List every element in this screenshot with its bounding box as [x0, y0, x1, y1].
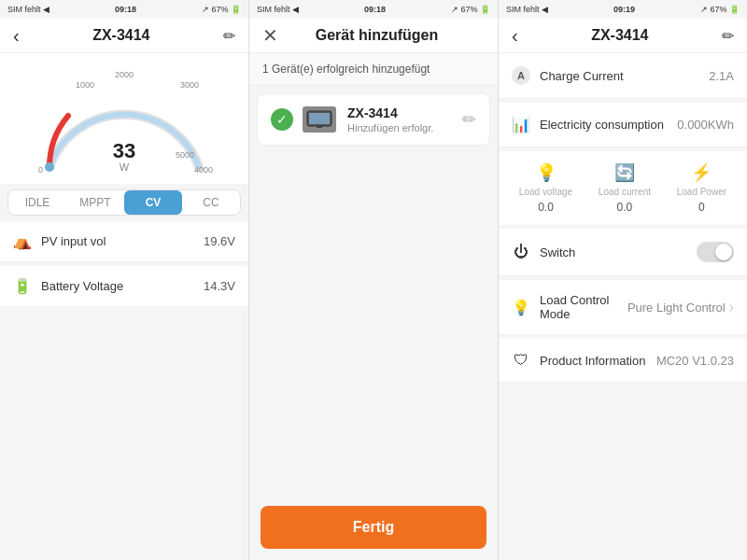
switch-label: Switch — [540, 245, 697, 259]
load-mode-icon: 💡 — [512, 299, 530, 316]
detail-list: A Charge Current 2.1A 📊 Electricity cons… — [499, 53, 747, 560]
status-time-2: 09:18 — [364, 5, 386, 14]
success-icon: ✓ — [271, 108, 293, 131]
product-info-icon: 🛡 — [512, 352, 530, 369]
switch-icon: ⏻ — [512, 244, 530, 260]
load-power-val: 0 — [698, 201, 705, 214]
mode-cv[interactable]: CV — [124, 190, 182, 215]
mode-idle[interactable]: IDLE — [8, 190, 66, 215]
panel-add-device: ✕ Gerät hinzufügen 1 Gerät(e) erfolgreic… — [249, 19, 499, 560]
load-voltage-stat: 💡 Load voltage 0.0 — [519, 162, 572, 214]
load-current-label: Load current — [599, 187, 651, 197]
svg-text:4000: 4000 — [194, 165, 213, 175]
load-mode-arrow: › — [729, 299, 734, 315]
svg-text:3000: 3000 — [180, 80, 199, 90]
gauge-unit: W — [113, 161, 135, 173]
device-name: ZX-3414 — [347, 105, 462, 120]
data-rows: ⛺ PV input vol 19.6V 🔋 Battery Voltage 1… — [0, 221, 248, 560]
mode-mppt[interactable]: MPPT — [66, 190, 124, 215]
charge-icon: A — [512, 66, 530, 85]
svg-text:2000: 2000 — [115, 70, 134, 79]
status-bar-1: SIM fehlt ◀ 09:18 ↗ 67% 🔋 — [0, 0, 249, 19]
status-right-2: ↗ 67% 🔋 — [451, 5, 490, 14]
electricity-value: 0.000KWh — [677, 118, 734, 132]
device-info: ZX-3414 Hinzufügen erfolgr. — [347, 105, 462, 133]
load-power-stat: ⚡ Load Power 0 — [677, 162, 726, 214]
product-info-value: MC20 V1.0.23 — [656, 354, 734, 368]
load-power-icon: ⚡ — [691, 162, 712, 183]
status-time-1: 09:18 — [115, 5, 136, 14]
electricity-label: Electricity consumption — [540, 118, 677, 132]
load-mode-label: Load Control Mode — [540, 293, 627, 321]
panel1-header: ‹ ZX-3414 ✏ — [0, 19, 248, 53]
product-info-label: Product Information — [540, 354, 656, 368]
load-current-val: 0.0 — [617, 201, 633, 214]
status-time-3: 09:19 — [613, 5, 635, 14]
pv-label: PV input vol — [41, 234, 204, 248]
svg-text:1000: 1000 — [76, 80, 94, 90]
success-banner: 1 Gerät(e) erfolgreich hinzugefügt — [249, 53, 498, 86]
load-current-stat: 🔄 Load current 0.0 — [599, 162, 651, 214]
battery-row: 🔋 Battery Voltage 14.3V — [0, 266, 248, 307]
add-device-header: ✕ Gerät hinzufügen — [249, 19, 498, 53]
load-stats-row: 💡 Load voltage 0.0 🔄 Load current 0.0 ⚡ … — [499, 151, 747, 225]
status-bars: SIM fehlt ◀ 09:18 ↗ 67% 🔋 SIM fehlt ◀ 09… — [0, 0, 747, 19]
status-bar-3: SIM fehlt ◀ 09:19 ↗ 67% 🔋 — [499, 0, 747, 19]
gauge-svg: 0 3000 2000 1000 4000 5000 33 W — [31, 64, 218, 176]
charge-label: Charge Current — [540, 69, 709, 83]
svg-text:5000: 5000 — [176, 150, 194, 160]
panel3-header: ‹ ZX-3414 ✏ — [499, 19, 747, 53]
electricity-row: 📊 Electricity consumption 0.000KWh — [499, 103, 747, 147]
device-thumbnail — [303, 106, 336, 133]
panel2-content: 1 Gerät(e) erfolgreich hinzugefügt ✓ ZX-… — [249, 53, 498, 560]
status-bar-2: SIM fehlt ◀ 09:18 ↗ 67% 🔋 — [249, 0, 499, 19]
svg-rect-8 — [309, 113, 330, 124]
pv-input-row: ⛺ PV input vol 19.6V — [0, 221, 248, 262]
panel-gauge: ‹ ZX-3414 ✏ 0 3000 2000 — [0, 19, 249, 560]
fertig-button[interactable]: Fertig — [261, 506, 486, 549]
pv-value: 19.6V — [204, 234, 235, 248]
charge-value: 2.1A — [709, 69, 734, 83]
gauge-number: 33 — [113, 141, 135, 161]
load-voltage-val: 0.0 — [538, 201, 554, 214]
load-power-label: Load Power — [677, 187, 726, 197]
panel-detail: ‹ ZX-3414 ✏ A Charge Current 2.1A 📊 Elec… — [499, 19, 747, 560]
gauge-area: 0 3000 2000 1000 4000 5000 33 W — [0, 53, 248, 184]
load-mode-row: 💡 Load Control Mode Pure Light Control › — [499, 280, 747, 335]
status-right-3: ↗ 67% 🔋 — [700, 5, 740, 14]
device-item: ✓ ZX-3414 Hinzufügen erfolgr. ✏ — [257, 93, 490, 146]
electricity-icon: 📊 — [512, 116, 530, 133]
load-voltage-label: Load voltage — [519, 187, 572, 197]
switch-toggle[interactable] — [697, 242, 734, 262]
battery-label: Battery Voltage — [41, 279, 204, 293]
battery-icon: 🔋 — [13, 277, 32, 295]
charge-current-row: A Charge Current 2.1A — [499, 53, 747, 99]
mode-cc[interactable]: CC — [182, 190, 240, 215]
panel3-title: ZX-3414 — [591, 27, 648, 44]
panel3-edit-button[interactable]: ✏ — [722, 27, 734, 45]
panels: ‹ ZX-3414 ✏ 0 3000 2000 — [0, 19, 747, 560]
svg-rect-9 — [317, 126, 322, 128]
load-current-icon: 🔄 — [614, 162, 635, 183]
switch-row: ⏻ Switch — [499, 229, 747, 276]
panel1-title: ZX-3414 — [92, 27, 149, 44]
add-device-title: Gerät hinzufügen — [291, 27, 462, 44]
svg-point-0 — [45, 162, 54, 172]
battery-value: 14.3V — [204, 279, 235, 293]
load-voltage-icon: 💡 — [536, 162, 557, 183]
close-button[interactable]: ✕ — [262, 26, 278, 45]
device-sub: Hinzufügen erfolgr. — [347, 122, 462, 133]
product-info-row: 🛡 Product Information MC20 V1.0.23 — [499, 339, 747, 383]
load-mode-value: Pure Light Control — [627, 301, 726, 315]
mode-tabs: IDLE MPPT CV CC — [7, 189, 241, 216]
edit-button[interactable]: ✏ — [223, 27, 235, 45]
back-button[interactable]: ‹ — [13, 26, 20, 45]
status-left-1: SIM fehlt ◀ — [7, 5, 49, 14]
load-mode-value-wrap[interactable]: Pure Light Control › — [627, 299, 734, 315]
panel3-back-button[interactable]: ‹ — [512, 26, 518, 45]
gauge-value: 33 W — [113, 141, 135, 173]
pv-icon: ⛺ — [13, 232, 32, 250]
status-right-1: ↗ 67% 🔋 — [202, 5, 241, 14]
device-edit-icon[interactable]: ✏ — [462, 109, 476, 130]
svg-text:0: 0 — [38, 165, 43, 175]
